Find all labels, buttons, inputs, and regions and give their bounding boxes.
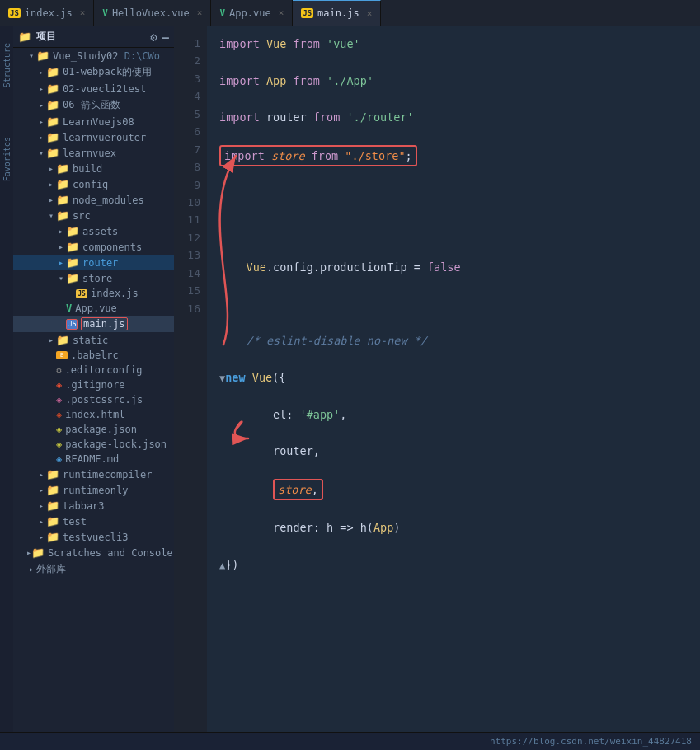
sidebar-item-indexhtml[interactable]: ◈ index.html	[13, 407, 174, 422]
label-02vuecli: 02-vuecli2test	[63, 83, 146, 95]
sidebar-item-learnvuerouter[interactable]: 📁 learnvuerouter	[13, 129, 174, 145]
tab-hello-vuex[interactable]: V HelloVuex.vue ×	[94, 0, 211, 26]
sidebar-item-01webpack[interactable]: 📁 01-webpack的使用	[13, 63, 174, 81]
folder-config: 📁	[56, 178, 69, 190]
sidebar-project-label: 项目	[36, 30, 56, 44]
sidebar-item-tabbar3[interactable]: 📁 tabbar3	[13, 498, 174, 513]
settings-icon[interactable]: ⚙	[150, 30, 157, 44]
collapse-icon[interactable]: –	[162, 30, 169, 44]
sidebar-item-editorconfig[interactable]: ⚙ .editorconfig	[13, 363, 174, 377]
folder-src: 📁	[56, 209, 69, 222]
folder-tabbar3: 📁	[46, 499, 59, 512]
label-learnvuex: learnvuex	[63, 148, 116, 159]
sidebar-item-test[interactable]: 📁 test	[13, 513, 174, 529]
label-scratches: Scratches and Consoles	[48, 547, 174, 559]
label-src: src	[73, 210, 91, 222]
label-babelrc: .babelrc	[71, 349, 119, 361]
sidebar-item-learnvuejs08[interactable]: 📁 LearnVuejs08	[13, 114, 174, 129]
tab-index-js[interactable]: JS index.js ×	[0, 0, 94, 26]
sidebar-item-testvuecli3[interactable]: 📁 testvuecli3	[13, 529, 174, 545]
sidebar-item-readme[interactable]: ◈ README.md	[13, 452, 174, 466]
folder-assets: 📁	[66, 225, 79, 237]
sidebar-item-components[interactable]: 📁 components	[13, 239, 174, 255]
code-content: 1 2 3 4 5 6 7 8 9 10 11 12 13 14 15 16	[174, 26, 700, 732]
arrow-src	[46, 211, 56, 220]
sidebar-item-learnvuex[interactable]: 📁 learnvuex	[13, 145, 174, 161]
label-tabbar3: tabbar3	[63, 500, 105, 512]
sidebar-item-postcssrc[interactable]: ◈ .postcssrc.js	[13, 392, 174, 407]
sidebar-item-external-libs[interactable]: 外部库	[13, 560, 174, 578]
arrow-nodemodules	[46, 195, 56, 204]
sidebar-root[interactable]: 📁 Vue_Study02 D:\CWo	[13, 48, 174, 63]
label-router: router	[82, 257, 118, 269]
babelrc-icon: B	[56, 351, 68, 359]
js-icon-3: JS	[301, 8, 313, 18]
path-label: D:\CWo	[124, 50, 160, 62]
sidebar-item-runtimeonly[interactable]: 📁 runtimeonly	[13, 482, 174, 498]
sidebar-item-app-vue[interactable]: V App.vue	[13, 301, 174, 316]
sidebar-item-scratches[interactable]: 📁 Scratches and Consoles	[13, 545, 174, 560]
code-text[interactable]: import Vue from 'vue' import App from '.…	[207, 26, 700, 732]
sidebar-project-header[interactable]: 📁 项目 ⚙ –	[13, 26, 174, 48]
sidebar-item-nodemodules[interactable]: 📁 node_modules	[13, 192, 174, 208]
status-bar: https://blog.csdn.net/weixin_44827418	[0, 732, 700, 750]
sidebar-item-packagejson[interactable]: ◈ package.json	[13, 422, 174, 437]
html-icon: ◈	[56, 409, 62, 420]
sidebar-item-main-js[interactable]: JS main.js	[13, 316, 174, 332]
folder-02: 📁	[46, 82, 59, 95]
sidebar-item-router[interactable]: 📁 router	[13, 255, 174, 270]
structure-tab[interactable]: Structure	[2, 43, 12, 87]
sidebar-item-packagelockjson[interactable]: ◈ package-lock.json	[13, 437, 174, 452]
arrow-learnvuex	[36, 148, 46, 157]
folder-runtimecompiler: 📁	[46, 468, 59, 480]
label-components: components	[82, 241, 142, 253]
label-external: 外部库	[36, 562, 66, 576]
tab-main-js[interactable]: JS main.js ×	[293, 0, 381, 26]
sidebar-item-assets[interactable]: 📁 assets	[13, 223, 174, 239]
sidebar-item-static[interactable]: 📁 static	[13, 332, 174, 348]
js-icon: JS	[8, 8, 21, 18]
folder-01: 📁	[46, 66, 59, 78]
sidebar-item-gitignore[interactable]: ◈ .gitignore	[13, 377, 174, 392]
sidebar-item-02vuecli[interactable]: 📁 02-vuecli2test	[13, 81, 174, 96]
sidebar-item-config[interactable]: 📁 config	[13, 176, 174, 192]
label-01webpack: 01-webpack的使用	[63, 65, 152, 79]
sidebar-item-06arrow[interactable]: 📁 06-箭头函数	[13, 96, 174, 114]
tab-app-vue-label: App.vue	[229, 7, 271, 19]
sidebar-item-store-index[interactable]: JS index.js	[13, 286, 174, 301]
js-icon-store: JS	[76, 289, 87, 298]
sidebar-item-runtimecompiler[interactable]: 📁 runtimecompiler	[13, 466, 174, 482]
favorites-tab[interactable]: Favorites	[2, 137, 12, 181]
sidebar-item-store[interactable]: 📁 store	[13, 270, 174, 286]
tab-index-js-close[interactable]: ×	[80, 7, 86, 18]
vue-icon-2: V	[219, 7, 225, 18]
tab-main-js-close[interactable]: ×	[367, 8, 373, 19]
label-packagejson: package.json	[65, 424, 137, 435]
folder-learnvuex: 📁	[46, 147, 59, 159]
label-06arrow: 06-箭头函数	[63, 98, 120, 112]
css-icon: ◈	[56, 394, 62, 405]
arrow-runtimeonly	[36, 485, 46, 495]
tab-app-vue[interactable]: V App.vue ×	[211, 0, 293, 26]
folder-nodemodules: 📁	[56, 194, 69, 206]
folder-static: 📁	[56, 334, 69, 346]
tab-hello-vuex-close[interactable]: ×	[197, 7, 203, 18]
sidebar-item-src[interactable]: 📁 src	[13, 208, 174, 223]
sidebar-item-babelrc[interactable]: B .babelrc	[13, 348, 174, 363]
folder-components: 📁	[66, 241, 79, 253]
folder-build: 📁	[56, 162, 69, 175]
tab-app-vue-close[interactable]: ×	[279, 7, 284, 18]
label-runtimeonly: runtimeonly	[63, 485, 128, 496]
arrow-store	[56, 274, 66, 283]
arrow-learn08	[36, 117, 46, 126]
arrow-assets	[56, 227, 66, 236]
sidebar-panel: 📁 项目 ⚙ – 📁 Vue_Study02 D:\CWo 📁	[13, 26, 174, 732]
label-store-index: index.js	[91, 288, 139, 299]
folder-learnvuerouter: 📁	[46, 131, 59, 143]
code-editor: 1 2 3 4 5 6 7 8 9 10 11 12 13 14 15 16	[174, 26, 700, 732]
js-main-icon: JS	[66, 319, 78, 330]
label-indexhtml: index.html	[65, 409, 124, 420]
sidebar-item-build[interactable]: 📁 build	[13, 161, 174, 176]
label-learnvuerouter: learnvuerouter	[63, 132, 146, 143]
label-assets: assets	[82, 226, 118, 237]
